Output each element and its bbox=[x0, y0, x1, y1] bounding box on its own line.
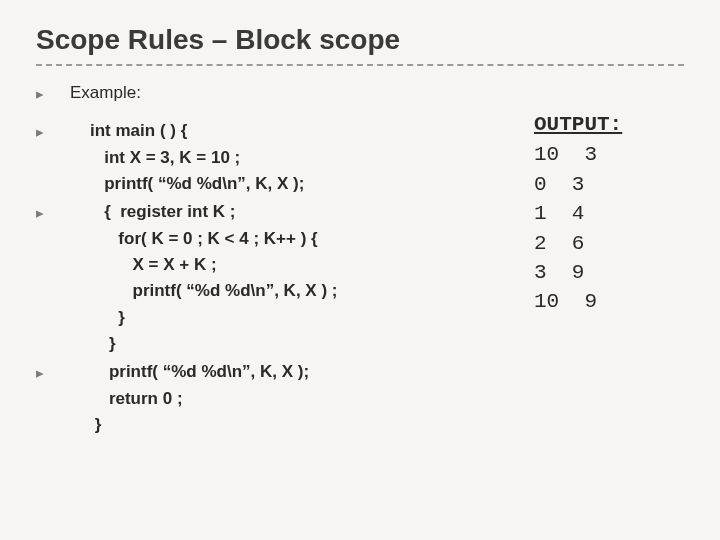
content-column: ▸ Example: ▸ int main ( ) { int X = 3, K… bbox=[36, 80, 534, 440]
bullet-icon: ▸ bbox=[36, 80, 70, 105]
slide-body: ▸ Example: ▸ int main ( ) { int X = 3, K… bbox=[36, 80, 684, 440]
bullet-icon: ▸ bbox=[36, 199, 70, 224]
bullet-row-example: ▸ Example: bbox=[36, 80, 534, 106]
code-block-1: int main ( ) { int X = 3, K = 10 ; print… bbox=[70, 118, 304, 197]
bullet-icon: ▸ bbox=[36, 359, 70, 384]
bullet-row-code2: ▸ { register int K ; for( K = 0 ; K < 4 … bbox=[36, 199, 534, 357]
bullet-row-code3: ▸ printf( “%d %d\n”, K, X ); return 0 ; … bbox=[36, 359, 534, 438]
code-block-2: { register int K ; for( K = 0 ; K < 4 ; … bbox=[70, 199, 337, 357]
slide-title: Scope Rules – Block scope bbox=[36, 24, 684, 66]
bullet-text-example: Example: bbox=[70, 80, 141, 106]
bullet-icon: ▸ bbox=[36, 118, 70, 143]
slide: Scope Rules – Block scope ▸ Example: ▸ i… bbox=[0, 0, 720, 450]
output-label: OUTPUT: bbox=[534, 110, 684, 140]
code-block-3: printf( “%d %d\n”, K, X ); return 0 ; } bbox=[70, 359, 309, 438]
output-lines: 10 3 0 3 1 4 2 6 3 9 10 9 bbox=[534, 140, 684, 316]
bullet-row-code1: ▸ int main ( ) { int X = 3, K = 10 ; pri… bbox=[36, 118, 534, 197]
output-column: OUTPUT: 10 3 0 3 1 4 2 6 3 9 10 9 bbox=[534, 80, 684, 440]
